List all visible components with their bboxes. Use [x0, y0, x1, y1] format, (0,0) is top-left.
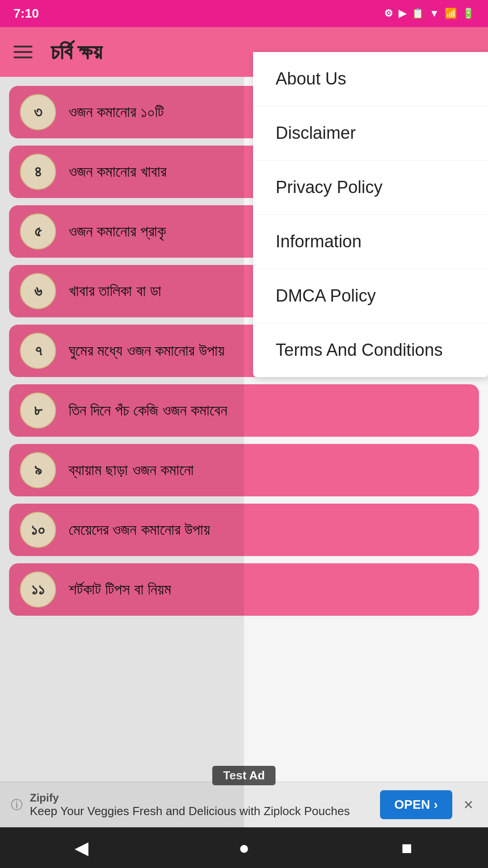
dropdown-menu: About Us Disclaimer Privacy Policy Infor…	[253, 52, 488, 377]
menu-item-about-us[interactable]: About Us	[253, 52, 488, 106]
recents-button[interactable]: ■	[389, 830, 425, 866]
menu-overlay[interactable]	[0, 77, 244, 827]
clipboard-icon: 📋	[412, 8, 424, 19]
status-icons: ⚙ ▶ 📋 ▼ 📶 🔋	[384, 8, 474, 19]
time-display: 7:10	[14, 6, 39, 21]
home-button[interactable]: ●	[226, 830, 262, 866]
app-title: চর্বি ক্ষয়	[51, 39, 102, 65]
menu-item-disclaimer[interactable]: Disclaimer	[253, 106, 488, 160]
status-bar: 7:10 ⚙ ▶ 📋 ▼ 📶 🔋	[0, 0, 488, 27]
menu-item-terms-and-conditions[interactable]: Terms And Conditions	[253, 323, 488, 377]
play-icon: ▶	[399, 8, 406, 19]
back-button[interactable]: ◀	[63, 830, 99, 866]
app-bar: চর্বি ক্ষয় About Us Disclaimer Privacy …	[0, 27, 488, 77]
nav-bar: ◀ ● ■	[0, 827, 488, 868]
battery-icon: 🔋	[462, 8, 474, 19]
gear-icon: ⚙	[384, 8, 393, 19]
menu-item-information[interactable]: Information	[253, 215, 488, 269]
wifi-icon: ▼	[429, 8, 439, 19]
menu-item-dmca-policy[interactable]: DMCA Policy	[253, 269, 488, 323]
ad-close-button[interactable]: ✕	[460, 794, 477, 816]
hamburger-menu-button[interactable]	[14, 46, 33, 58]
menu-item-privacy-policy[interactable]: Privacy Policy	[253, 160, 488, 215]
signal-icon: 📶	[445, 8, 457, 19]
ad-open-button[interactable]: OPEN ›	[380, 790, 452, 819]
